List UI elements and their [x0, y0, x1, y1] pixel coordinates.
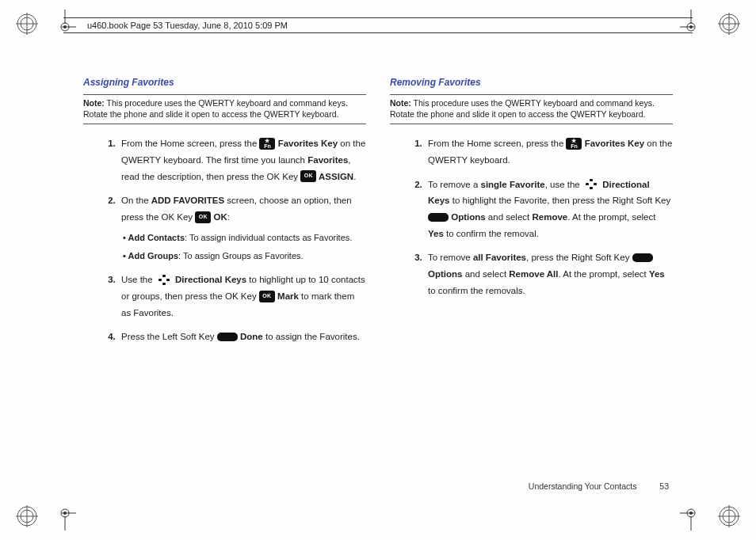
left-column: Assigning Favorites Note: This procedure… [83, 75, 366, 353]
right-soft-key-icon [428, 213, 449, 222]
step-3: Use the Directional Keys to highlight up… [118, 272, 366, 321]
svg-rect-33 [166, 279, 170, 281]
right-column: Removing Favorites Note: This procedure … [390, 75, 673, 353]
step-2: On the ADD FAVORITES screen, choose an o… [118, 192, 366, 264]
svg-point-30 [687, 509, 695, 517]
ok-key-icon: OK [300, 170, 316, 182]
left-soft-key-icon [217, 333, 238, 341]
step-4: Press the Left Soft Key Done to assign t… [118, 329, 366, 345]
page-footer: Understanding Your Contacts 53 [529, 481, 669, 491]
bullet-add-contacts: Add Contacts: To assign individual conta… [123, 230, 366, 246]
svg-rect-37 [594, 183, 597, 185]
svg-rect-32 [158, 279, 162, 281]
svg-rect-39 [590, 187, 593, 189]
section-title-removing: Removing Favorites [390, 75, 673, 89]
crop-mark-icon [680, 508, 702, 530]
ok-key-icon: OK [259, 291, 275, 302]
right-soft-key-icon [632, 253, 653, 262]
svg-point-31 [689, 511, 693, 515]
note-box: Note: This procedure uses the QWERTY key… [83, 94, 366, 124]
registration-mark-icon [16, 13, 38, 35]
svg-rect-35 [162, 283, 166, 285]
favorites-key-icon: ★Fn [566, 138, 582, 150]
svg-rect-38 [590, 179, 593, 181]
registration-mark-icon [16, 505, 38, 527]
note-label: Note: [390, 98, 411, 108]
bullet-add-groups: Add Groups: To assign Groups as Favorite… [123, 249, 366, 264]
svg-point-27 [63, 511, 67, 515]
favorites-key-icon: ★Fn [259, 138, 275, 150]
svg-rect-34 [162, 275, 166, 277]
note-label: Note: [83, 98, 105, 108]
step-2: To remove a single Favorite, use the Dir… [425, 177, 673, 242]
svg-point-26 [61, 509, 69, 517]
step-3: To remove all Favorites, press the Right… [425, 249, 673, 299]
crop-mark-icon [54, 508, 76, 530]
section-title-assigning: Assigning Favorites [83, 75, 366, 89]
note-text: This procedure uses the QWERTY keyboard … [390, 98, 655, 119]
directional-keys-icon [582, 178, 600, 190]
note-text: This procedure uses the QWERTY keyboard … [83, 98, 348, 119]
registration-mark-icon [718, 13, 740, 35]
crop-header-text: u460.book Page 53 Tuesday, June 8, 2010 … [87, 21, 288, 30]
svg-rect-36 [586, 183, 589, 185]
footer-chapter: Understanding Your Contacts [529, 481, 637, 491]
registration-mark-icon [718, 505, 740, 527]
step-1: From the Home screen, press the ★Fn Favo… [425, 135, 673, 168]
crop-header: u460.book Page 53 Tuesday, June 8, 2010 … [63, 17, 693, 33]
step-1: From the Home screen, press the ★Fn Favo… [118, 135, 366, 184]
footer-page-number: 53 [659, 481, 669, 491]
directional-keys-icon [155, 274, 173, 286]
ok-key-icon: OK [195, 211, 211, 223]
page-body: Assigning Favorites Note: This procedure… [83, 75, 673, 469]
note-box: Note: This procedure uses the QWERTY key… [390, 94, 673, 124]
